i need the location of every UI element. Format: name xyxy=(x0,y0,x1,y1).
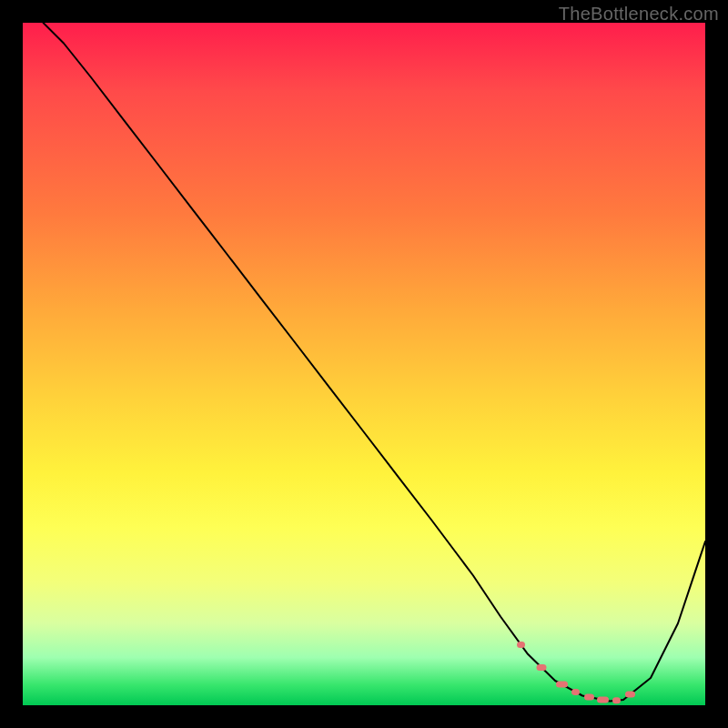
bottleneck-curve-line xyxy=(44,23,706,702)
optimal-marker xyxy=(571,689,580,695)
optimal-range-markers xyxy=(517,642,635,703)
bottleneck-curve-chart xyxy=(23,23,705,705)
watermark-text: TheBottleneck.com xyxy=(559,4,719,25)
optimal-marker xyxy=(537,664,547,671)
optimal-marker xyxy=(597,697,609,703)
optimal-marker xyxy=(556,682,568,688)
optimal-marker xyxy=(625,692,635,698)
optimal-marker xyxy=(612,697,621,703)
plot-frame xyxy=(23,23,705,705)
optimal-marker xyxy=(517,642,525,648)
optimal-marker xyxy=(584,694,594,701)
